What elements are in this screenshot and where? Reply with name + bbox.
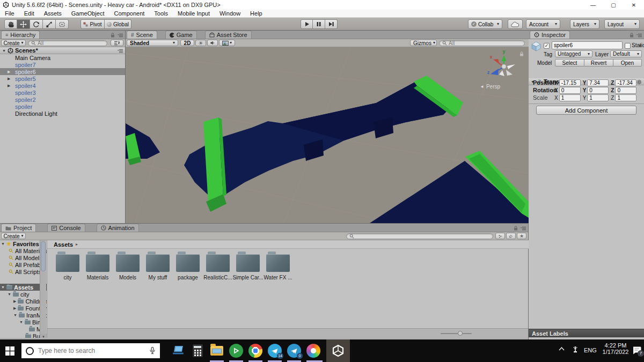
rect-tool-button[interactable] <box>56 19 69 29</box>
menu-window[interactable]: Window <box>215 10 245 17</box>
tray-expand-chevron[interactable] <box>558 346 565 351</box>
thumbnail-zoom-slider[interactable] <box>441 333 472 334</box>
layout-dropdown[interactable]: Layout ▾ <box>604 19 640 29</box>
asset-folder-package[interactable]: package <box>173 254 203 280</box>
taskbar-file-explorer-icon[interactable] <box>208 343 225 359</box>
foldout-arrow-icon[interactable]: ▼ <box>13 313 17 317</box>
scene-3d-canvas[interactable]: y x z <box>126 47 529 223</box>
expand-arrow-icon[interactable]: ▶ <box>8 77 10 81</box>
menu-gameobject[interactable]: GameObject <box>67 10 109 17</box>
add-component-button[interactable]: Add Component <box>536 106 636 115</box>
language-indicator[interactable]: ENG <box>584 347 597 353</box>
tray-system-icon[interactable] <box>572 345 579 353</box>
lock-icon[interactable] <box>111 33 115 38</box>
taskbar-unity-icon-active[interactable] <box>326 339 350 362</box>
expand-arrow-icon[interactable]: ▶ <box>8 70 10 74</box>
hierarchy-item-spoiler3[interactable]: spoiler3 <box>0 89 125 96</box>
microphone-icon[interactable] <box>149 347 156 354</box>
lighting-toggle-button[interactable]: ☀ <box>195 40 206 46</box>
scene-asset-header[interactable]: ▼ Scenes* <box>0 47 125 54</box>
tab-animation[interactable]: Animation <box>97 224 139 232</box>
scale-z-field[interactable]: 1 <box>615 94 636 101</box>
hierarchy-filter-button[interactable] <box>111 40 123 46</box>
rotate-tool-button[interactable] <box>30 19 43 29</box>
hierarchy-item-spoiler[interactable]: spoiler <box>0 103 125 110</box>
foldout-arrow-icon[interactable]: ▼ <box>1 285 5 289</box>
start-button[interactable] <box>5 346 14 356</box>
maximize-button[interactable]: ▢ <box>603 0 624 10</box>
tab-game[interactable]: Game <box>165 31 197 39</box>
taskbar-telegram-icon[interactable]: 14 <box>266 343 283 359</box>
taskbar-chrome-icon[interactable] <box>247 343 264 359</box>
scene-search-input[interactable] <box>439 40 525 46</box>
tab-scene[interactable]: # Scene <box>127 31 157 39</box>
tree-scrollbar-thumb[interactable] <box>41 241 46 271</box>
pane-menu-icon[interactable] <box>636 33 642 38</box>
collab-dropdown[interactable]: ✓ Collab ▾ <box>468 19 502 29</box>
hierarchy-search-input[interactable] <box>28 40 107 46</box>
static-caret-icon[interactable]: ▾ <box>639 44 641 48</box>
menu-assets[interactable]: Assets <box>39 10 67 17</box>
scale-tool-button[interactable] <box>43 19 56 29</box>
viewport-lock-icon[interactable] <box>519 51 524 56</box>
tab-console[interactable]: Console <box>47 224 85 232</box>
taskbar-search-input[interactable] <box>38 347 145 354</box>
pane-menu-icon[interactable] <box>118 33 123 38</box>
hierarchy-item-spoiler2[interactable]: spoiler2 <box>0 96 125 103</box>
gizmos-dropdown[interactable]: Gizmos ▾ <box>410 40 437 46</box>
play-button[interactable] <box>301 19 313 29</box>
rotation-y-field[interactable]: 0 <box>587 87 609 94</box>
shading-mode-dropdown[interactable]: Shaded ▾ <box>127 40 178 46</box>
taskbar-green-app-icon[interactable] <box>228 343 245 359</box>
tab-inspector[interactable]: Inspector <box>530 31 570 39</box>
static-checkbox[interactable] <box>625 43 631 49</box>
layers-dropdown[interactable]: Layers ▾ <box>570 19 599 29</box>
expand-arrow-icon[interactable]: ▶ <box>8 84 10 88</box>
model-open-button[interactable]: Open <box>613 59 642 67</box>
foldout-arrow-icon[interactable]: ▼ <box>1 242 5 246</box>
breadcrumb-assets[interactable]: Assets <box>54 241 73 248</box>
cloud-button[interactable] <box>508 19 523 29</box>
tree-scrollbar[interactable]: ▼ <box>40 240 46 339</box>
hierarchy-create-button[interactable]: Create ▾ <box>1 40 26 46</box>
menu-tools[interactable]: Tools <box>149 10 173 17</box>
menu-help[interactable]: Help <box>245 10 267 17</box>
asset-folder-materials[interactable]: Materials <box>83 254 113 280</box>
move-tool-button[interactable] <box>17 19 30 29</box>
asset-folder-water-fx[interactable]: Water FX ... <box>263 254 293 280</box>
asset-folder-simple-car[interactable]: Simple Car... <box>233 254 263 280</box>
project-create-button[interactable]: Create ▾ <box>1 233 26 239</box>
asset-labels-header[interactable]: Asset Labels <box>529 329 644 337</box>
scale-x-field[interactable]: 1 <box>559 94 581 101</box>
hierarchy-item-spoiler4[interactable]: ▶spoiler4 <box>0 82 125 89</box>
pane-menu-icon[interactable] <box>118 49 123 53</box>
pause-button[interactable] <box>313 19 325 29</box>
taskbar-search-box[interactable] <box>21 343 160 358</box>
notification-center-button[interactable]: 7 <box>632 346 642 354</box>
step-button[interactable] <box>325 19 338 29</box>
favorites-star-button[interactable]: ★ <box>517 233 526 239</box>
menu-mobile-input[interactable]: Mobile Input <box>173 10 215 17</box>
search-by-label-button[interactable] <box>506 233 516 239</box>
taskbar-paint-icon[interactable] <box>305 343 322 359</box>
taskbar-pc-icon[interactable] <box>170 343 187 359</box>
lock-icon[interactable] <box>630 33 634 38</box>
pane-menu-icon[interactable] <box>521 226 526 231</box>
position-z-field[interactable]: -17.34 <box>615 79 636 86</box>
slider-knob[interactable] <box>458 331 463 336</box>
gameobject-name-field[interactable] <box>552 41 623 49</box>
rotation-z-field[interactable]: 0 <box>615 87 636 94</box>
asset-folder-city[interactable]: city <box>53 254 83 280</box>
global-toggle-button[interactable]: Global <box>105 19 131 29</box>
taskbar-telegram2-icon[interactable]: 0 <box>286 343 303 359</box>
hierarchy-item-directional-light[interactable]: Directional Light <box>0 110 125 117</box>
hierarchy-item-spoiler7[interactable]: spoiler7 <box>0 61 125 68</box>
hierarchy-item-spoiler6[interactable]: ▶spoiler6 <box>0 68 125 75</box>
rotation-x-field[interactable]: 0 <box>559 87 581 94</box>
menu-file[interactable]: File <box>0 10 19 17</box>
2d-toggle-button[interactable]: 2D <box>180 40 194 46</box>
taskbar-calculator-icon[interactable] <box>189 343 206 359</box>
layer-dropdown[interactable]: Default ▾ <box>610 50 642 57</box>
search-by-type-button[interactable] <box>495 233 505 239</box>
menu-edit[interactable]: Edit <box>19 10 39 17</box>
